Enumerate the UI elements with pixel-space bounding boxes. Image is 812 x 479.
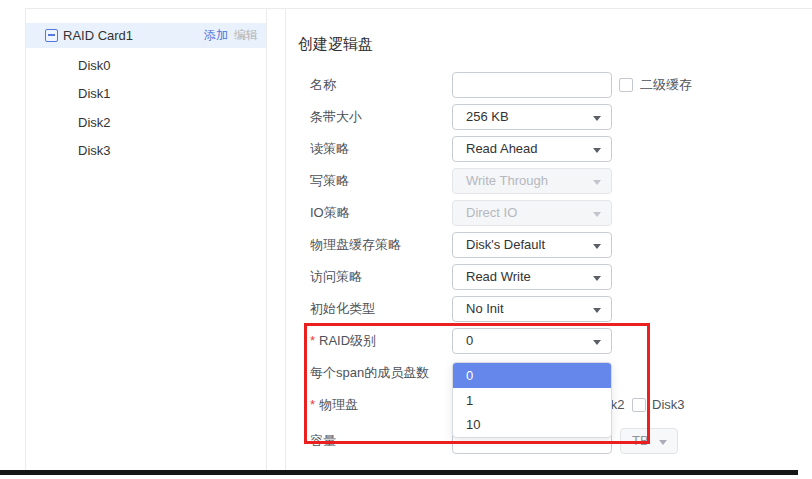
field-label-name: 名称 bbox=[310, 72, 336, 98]
raid-level-option-1[interactable]: 1 bbox=[453, 388, 611, 413]
init-type-select[interactable]: No Init bbox=[452, 296, 612, 322]
sidebar-item-disk1[interactable]: Disk1 bbox=[78, 85, 111, 103]
page-title: 创建逻辑盘 bbox=[298, 35, 373, 54]
add-link[interactable]: 添加 bbox=[204, 23, 228, 48]
chevron-down-icon bbox=[593, 180, 601, 185]
field-label-write-policy: 写策略 bbox=[310, 168, 349, 194]
secondary-cache-label: 二级缓存 bbox=[640, 72, 692, 98]
write-policy-select: Write Through bbox=[452, 168, 612, 194]
raid-level-label-text: RAID级别 bbox=[319, 333, 376, 348]
chevron-down-icon bbox=[593, 340, 601, 345]
init-type-value: No Init bbox=[466, 301, 504, 316]
field-label-init-type: 初始化类型 bbox=[310, 296, 375, 322]
collapse-minus-icon[interactable] bbox=[45, 29, 58, 42]
form-row-write-policy: 写策略 Write Through bbox=[298, 168, 812, 194]
raid-level-option-0[interactable]: 0 bbox=[453, 363, 611, 388]
read-policy-value: Read Ahead bbox=[466, 141, 538, 156]
field-label-stripe-size: 条带大小 bbox=[310, 104, 362, 130]
field-label-span-members: 每个span的成员盘数 bbox=[310, 360, 429, 386]
secondary-cache-checkbox[interactable] bbox=[619, 78, 633, 92]
sidebar-item-disk3[interactable]: Disk3 bbox=[78, 142, 111, 160]
field-label-io-policy: IO策略 bbox=[310, 200, 350, 226]
field-label-read-policy: 读策略 bbox=[310, 136, 349, 162]
raid-level-option-10[interactable]: 10 bbox=[453, 412, 611, 437]
raid-tree-sidebar: RAID Card1 添加 编辑 Disk0 Disk1 Disk2 Disk3 bbox=[25, 8, 267, 470]
form-row-io-policy: IO策略 Direct IO bbox=[298, 200, 812, 226]
stripe-size-select[interactable]: 256 KB bbox=[452, 104, 612, 130]
disk3-checkbox[interactable] bbox=[632, 398, 646, 412]
io-policy-value: Direct IO bbox=[466, 205, 517, 220]
chevron-down-icon bbox=[593, 148, 601, 153]
chevron-down-icon bbox=[593, 244, 601, 249]
stripe-size-value: 256 KB bbox=[466, 109, 509, 124]
form-row-pd-cache-policy: 物理盘缓存策略 Disk's Default bbox=[298, 232, 812, 258]
sidebar-item-disk0[interactable]: Disk0 bbox=[78, 57, 111, 75]
pd-cache-policy-value: Disk's Default bbox=[466, 237, 545, 252]
form-row-name: 名称 二级缓存 bbox=[298, 72, 812, 98]
field-label-raid-level: *RAID级别 bbox=[310, 328, 376, 354]
raid-level-select[interactable]: 0 bbox=[452, 328, 612, 354]
field-label-pd-cache-policy: 物理盘缓存策略 bbox=[310, 232, 401, 258]
name-input[interactable] bbox=[452, 72, 612, 98]
capacity-unit-value: TB bbox=[632, 433, 649, 448]
form-row-raid-level: *RAID级别 0 bbox=[298, 328, 812, 354]
write-policy-value: Write Through bbox=[466, 173, 548, 188]
field-label-access-policy: 访问策略 bbox=[310, 264, 362, 290]
chevron-down-icon bbox=[593, 116, 601, 121]
form-row-stripe-size: 条带大小 256 KB bbox=[298, 104, 812, 130]
raid-card-label: RAID Card1 bbox=[63, 23, 133, 48]
disk3-checkbox-label: Disk3 bbox=[652, 392, 685, 418]
sidebar-item-raid-card[interactable]: RAID Card1 添加 编辑 bbox=[26, 23, 266, 48]
raid-level-dropdown: 0 1 10 bbox=[452, 362, 612, 438]
capacity-unit-select[interactable]: TB bbox=[620, 428, 678, 454]
form-panel-left-border bbox=[285, 8, 286, 470]
raid-management-page: RAID Card1 添加 编辑 Disk0 Disk1 Disk2 Disk3… bbox=[0, 0, 812, 479]
form-row-init-type: 初始化类型 No Init bbox=[298, 296, 812, 322]
io-policy-select: Direct IO bbox=[452, 200, 612, 226]
access-policy-select[interactable]: Read Write bbox=[452, 264, 612, 290]
read-policy-select[interactable]: Read Ahead bbox=[452, 136, 612, 162]
required-asterisk: * bbox=[310, 333, 315, 348]
bottom-edge-bar bbox=[0, 470, 798, 475]
form-row-access-policy: 访问策略 Read Write bbox=[298, 264, 812, 290]
form-row-read-policy: 读策略 Read Ahead bbox=[298, 136, 812, 162]
chevron-down-icon bbox=[659, 440, 667, 445]
field-label-physical-disks: *物理盘 bbox=[310, 392, 358, 418]
access-policy-value: Read Write bbox=[466, 269, 531, 284]
edit-link[interactable]: 编辑 bbox=[234, 23, 258, 48]
field-label-capacity: 容量 bbox=[310, 428, 336, 454]
sidebar-item-disk2[interactable]: Disk2 bbox=[78, 114, 111, 132]
chevron-down-icon bbox=[593, 308, 601, 313]
chevron-down-icon bbox=[593, 276, 601, 281]
required-asterisk: * bbox=[310, 397, 315, 412]
raid-level-value: 0 bbox=[466, 333, 473, 348]
physical-disks-label-text: 物理盘 bbox=[319, 397, 358, 412]
pd-cache-policy-select[interactable]: Disk's Default bbox=[452, 232, 612, 258]
chevron-down-icon bbox=[593, 212, 601, 217]
